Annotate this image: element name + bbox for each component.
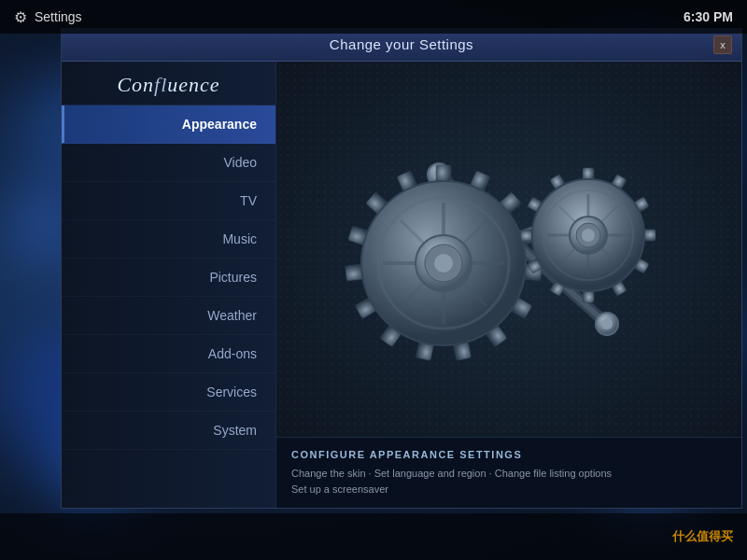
- desc-title: CONFIGURE APPEARANCE SETTINGS: [291, 449, 726, 460]
- nav-item-tv[interactable]: TV: [62, 182, 275, 220]
- watermark: 什么值得买: [672, 528, 733, 545]
- topbar-left: ⚙ Settings: [14, 8, 82, 26]
- bottombar: 什么值得买: [0, 513, 747, 560]
- gear-area: [276, 62, 741, 437]
- nav-item-music[interactable]: Music: [62, 220, 275, 259]
- svg-point-29: [434, 254, 453, 273]
- clock: 6:30 PM: [684, 9, 733, 24]
- sidebar: Confluence Appearance Video TV Music Pic…: [62, 62, 276, 508]
- content-area: CONFIGURE APPEARANCE SETTINGS Change the…: [276, 62, 741, 508]
- logo-area: Confluence: [62, 62, 275, 105]
- nav-item-video[interactable]: Video: [62, 144, 275, 182]
- desc-line1: Change the skin · Set language and regio…: [291, 468, 612, 479]
- logo: Confluence: [117, 73, 219, 96]
- topbar-title: Settings: [35, 9, 82, 24]
- nav-item-addons[interactable]: Add-ons: [62, 335, 275, 373]
- nav-item-appearance[interactable]: Appearance: [62, 105, 275, 144]
- nav-item-system[interactable]: System: [62, 412, 275, 450]
- settings-icon: ⚙: [14, 8, 27, 26]
- svg-point-5: [601, 318, 613, 329]
- settings-dialog: Change your Settings x Confluence Appear…: [61, 28, 742, 509]
- dialog-title: Change your Settings: [330, 36, 473, 52]
- gears-svg: [299, 119, 719, 380]
- topbar: ⚙ Settings 6:30 PM: [0, 0, 747, 34]
- gears-illustration: [276, 62, 741, 437]
- nav-item-pictures[interactable]: Pictures: [62, 259, 275, 297]
- desc-text: Change the skin · Set language and regio…: [291, 466, 726, 497]
- svg-point-50: [582, 229, 595, 242]
- desc-line2: Set up a screensaver: [291, 483, 388, 495]
- description-area: CONFIGURE APPEARANCE SETTINGS Change the…: [276, 437, 741, 508]
- nav-item-weather[interactable]: Weather: [62, 297, 275, 335]
- nav-item-services[interactable]: Services: [62, 373, 275, 412]
- nav-items: Appearance Video TV Music Pictures Weath…: [62, 105, 275, 508]
- close-button[interactable]: x: [713, 35, 732, 54]
- dialog-header: Change your Settings x: [62, 29, 741, 62]
- dialog-body: Confluence Appearance Video TV Music Pic…: [62, 62, 741, 508]
